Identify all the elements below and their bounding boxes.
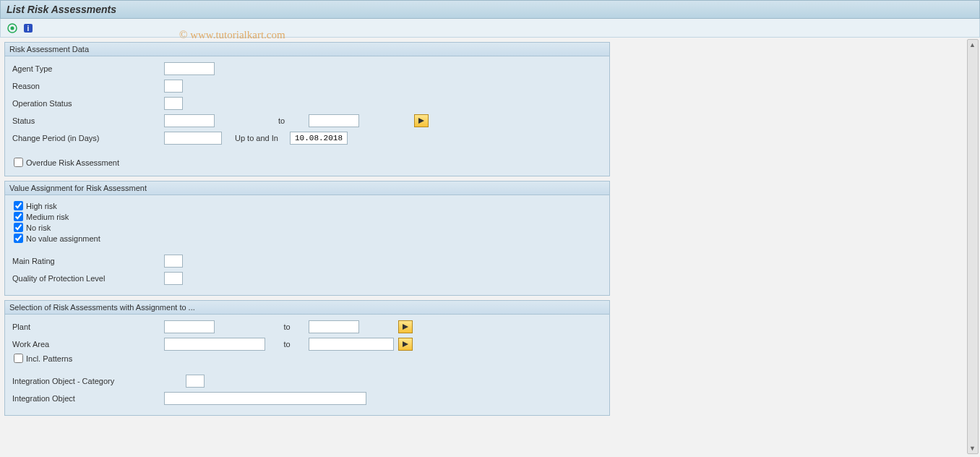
label-reason: Reason: [12, 82, 164, 90]
agent-type-input[interactable]: [164, 62, 215, 75]
operation-status-input[interactable]: [164, 97, 183, 110]
label-medium-risk: Medium risk: [26, 213, 69, 221]
panel-header: Risk Assessment Data: [5, 43, 609, 56]
panel-value-assignment: Value Assignment for Risk Assessment Hig…: [4, 181, 610, 296]
svg-point-1: [11, 26, 14, 30]
toolbar: i: [0, 19, 980, 38]
label-high-risk: High risk: [26, 202, 57, 210]
work-area-from-input[interactable]: [164, 338, 265, 351]
label-operation-status: Operation Status: [12, 99, 164, 108]
plant-from-input[interactable]: [164, 320, 215, 333]
plant-to-input[interactable]: [309, 320, 359, 333]
label-plant: Plant: [12, 323, 164, 331]
no-risk-checkbox[interactable]: [14, 223, 23, 232]
protection-level-input[interactable]: [164, 272, 183, 285]
panel-header: Selection of Risk Assessments with Assig…: [5, 301, 609, 315]
page-title: List Risk Assessments: [0, 0, 980, 19]
int-obj-input[interactable]: [164, 392, 366, 405]
label-to: to: [265, 340, 309, 349]
status-to-input[interactable]: [309, 114, 359, 127]
label-status: Status: [12, 116, 164, 125]
no-value-checkbox[interactable]: [14, 234, 23, 243]
panel-risk-data: Risk Assessment Data Agent Type Reason O…: [4, 42, 610, 176]
reason-input[interactable]: [164, 80, 183, 93]
multiple-selection-button[interactable]: [398, 338, 413, 351]
medium-risk-checkbox[interactable]: [14, 212, 23, 221]
label-incl-patterns: Incl. Patterns: [26, 354, 72, 363]
label-int-obj: Integration Object: [12, 394, 164, 403]
label-to: to: [265, 116, 309, 125]
label-no-risk: No risk: [26, 223, 51, 232]
panel-header: Value Assignment for Risk Assessment: [5, 181, 609, 195]
high-risk-checkbox[interactable]: [14, 201, 23, 210]
svg-text:i: i: [27, 25, 30, 33]
status-from-input[interactable]: [164, 114, 215, 127]
main-rating-input[interactable]: [164, 255, 183, 268]
label-overdue: Overdue Risk Assessment: [26, 158, 119, 167]
overdue-checkbox[interactable]: [14, 158, 23, 167]
label-int-obj-cat: Integration Object - Category: [12, 377, 186, 385]
label-work-area: Work Area: [12, 340, 164, 349]
change-period-input[interactable]: [164, 132, 222, 145]
execute-icon[interactable]: [7, 22, 18, 34]
label-main-rating: Main Rating: [12, 257, 164, 265]
label-protection-level: Quality of Protection Level: [12, 274, 164, 283]
label-no-value: No value assignment: [26, 234, 100, 243]
multiple-selection-button[interactable]: [414, 114, 429, 127]
int-obj-cat-input[interactable]: [186, 375, 205, 388]
up-to-date-input[interactable]: [290, 132, 348, 145]
label-agent-type: Agent Type: [12, 64, 164, 73]
incl-patterns-checkbox[interactable]: [14, 354, 23, 363]
panel-selection: Selection of Risk Assessments with Assig…: [4, 300, 610, 416]
content-area: Risk Assessment Data Agent Type Reason O…: [0, 38, 980, 457]
label-to: to: [265, 323, 309, 331]
label-change-period: Change Period (in Days): [12, 134, 164, 142]
label-up-to: Up to and In: [235, 134, 290, 142]
work-area-to-input[interactable]: [309, 338, 394, 351]
vertical-scrollbar[interactable]: [967, 39, 979, 454]
multiple-selection-button[interactable]: [398, 320, 413, 333]
info-icon[interactable]: i: [22, 22, 34, 34]
